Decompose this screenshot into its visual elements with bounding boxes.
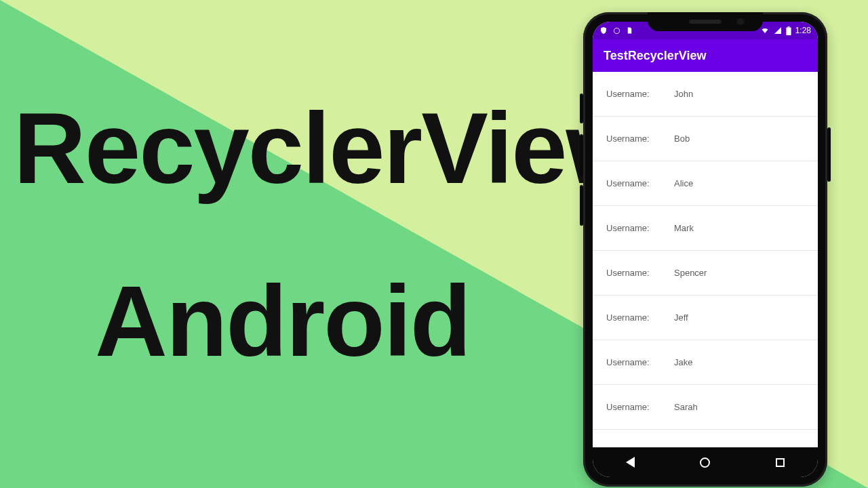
list-item[interactable]: Username: Mark xyxy=(593,206,818,251)
sim-icon xyxy=(626,26,633,35)
heading-line-2: Android xyxy=(95,271,470,371)
username-value: Spencer xyxy=(674,268,707,278)
svg-point-0 xyxy=(614,28,619,33)
list-item[interactable]: Username: Jake xyxy=(593,340,818,385)
battery-icon xyxy=(786,26,791,35)
list-item[interactable]: Username: John xyxy=(593,72,818,117)
list-item[interactable]: Username: Bob xyxy=(593,117,818,161)
svg-rect-2 xyxy=(787,26,789,27)
phone-speaker xyxy=(689,20,722,24)
list-item[interactable]: Username: Alice xyxy=(593,161,818,206)
svg-rect-1 xyxy=(786,27,791,35)
back-icon xyxy=(626,457,635,468)
phone-camera xyxy=(737,18,744,25)
username-value: Jeff xyxy=(674,312,688,323)
username-value: Alice xyxy=(674,178,693,188)
phone-notch xyxy=(648,12,763,31)
app-bar: TestRecyclerView xyxy=(593,39,818,72)
circle-icon xyxy=(613,27,620,35)
username-value: Jake xyxy=(674,357,692,367)
signal-icon xyxy=(774,26,782,35)
nav-recents-button[interactable] xyxy=(767,449,794,476)
username-label: Username: xyxy=(606,312,655,323)
phone-side-button xyxy=(580,94,583,123)
username-value: Sarah xyxy=(674,402,698,412)
username-label: Username: xyxy=(606,178,655,188)
list-item[interactable]: Username: Spencer xyxy=(593,251,818,296)
heading-line-1: RecyclerView xyxy=(14,98,643,199)
username-label: Username: xyxy=(606,402,655,412)
nav-home-button[interactable] xyxy=(692,449,719,476)
navigation-bar xyxy=(593,447,818,477)
phone-screen: 1:28 TestRecyclerView Username: John Use… xyxy=(593,22,818,477)
stage: RecyclerView Android xyxy=(0,0,868,488)
username-value: Mark xyxy=(674,223,694,233)
shield-icon xyxy=(599,26,608,35)
username-label: Username: xyxy=(606,223,655,233)
nav-back-button[interactable] xyxy=(616,449,644,476)
username-label: Username: xyxy=(606,268,655,278)
phone-frame: 1:28 TestRecyclerView Username: John Use… xyxy=(583,12,827,487)
username-value: Bob xyxy=(674,134,690,144)
recents-icon xyxy=(776,458,785,467)
phone-volume-up-button xyxy=(580,134,583,175)
username-label: Username: xyxy=(606,134,655,144)
status-clock: 1:28 xyxy=(795,26,811,35)
recycler-list[interactable]: Username: John Username: Bob Username: A… xyxy=(593,72,818,447)
username-label: Username: xyxy=(606,89,655,99)
username-value: John xyxy=(674,89,693,99)
phone-volume-down-button xyxy=(580,185,583,226)
wifi-icon xyxy=(760,26,770,35)
list-item[interactable]: Username: Jeff xyxy=(593,296,818,340)
list-item[interactable]: Username: Sarah xyxy=(593,385,818,430)
home-icon xyxy=(700,458,710,468)
phone-power-button xyxy=(827,127,831,182)
username-label: Username: xyxy=(606,357,655,367)
app-title: TestRecyclerView xyxy=(604,49,706,63)
